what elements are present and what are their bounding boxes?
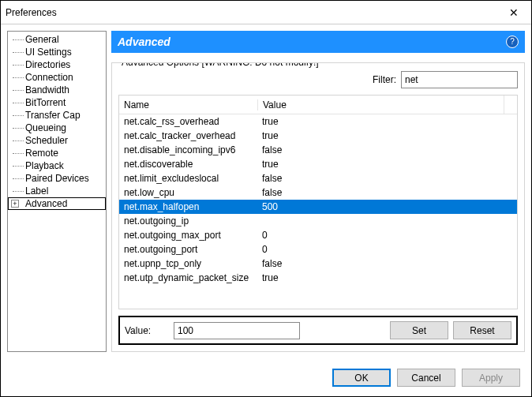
panel-title: Advanced: [118, 36, 170, 48]
tree-connector-icon: [13, 52, 24, 53]
sidebar-item-transfer-cap[interactable]: Transfer Cap: [8, 109, 106, 122]
set-button[interactable]: Set: [390, 321, 448, 339]
sidebar-item-bandwidth[interactable]: Bandwidth: [8, 84, 106, 96]
cell-value: 0: [257, 230, 517, 241]
column-value[interactable]: Value: [257, 99, 504, 110]
table-header: Name Value: [119, 96, 517, 114]
sidebar-item-label: BitTorrent: [25, 97, 66, 108]
table-row[interactable]: net.utp_dynamic_packet_sizetrue: [119, 271, 517, 285]
tree-connector-icon: [13, 191, 24, 192]
sidebar-item-connection[interactable]: Connection: [8, 71, 106, 84]
value-editor-row: Value: Set Reset: [118, 316, 518, 345]
sidebar-item-label: General: [25, 34, 59, 45]
sidebar-item-label: Remote: [25, 148, 58, 159]
filter-input[interactable]: [401, 71, 518, 88]
close-button[interactable]: ✕: [498, 2, 530, 24]
table-row[interactable]: net.calc_tracker_overheadtrue: [119, 129, 517, 143]
cell-name: net.low_cpu: [119, 187, 257, 198]
cell-value: 500: [257, 201, 517, 212]
tree-connector-icon: [13, 166, 24, 167]
ok-button[interactable]: OK: [332, 369, 391, 387]
sidebar-item-ui-settings[interactable]: UI Settings: [8, 46, 106, 58]
value-input[interactable]: [174, 322, 300, 339]
tree-connector-icon: [13, 65, 24, 66]
sidebar-item-scheduler[interactable]: Scheduler: [8, 134, 106, 147]
tree-connector-icon: [13, 90, 24, 91]
cell-value: true: [257, 130, 517, 141]
sidebar-item-label: Directories: [25, 59, 70, 70]
cell-name: net.outgoing_max_port: [119, 230, 257, 241]
cell-value: false: [257, 258, 517, 269]
tree-connector-icon: [13, 128, 24, 129]
table-row[interactable]: net.max_halfopen500: [119, 200, 517, 214]
cell-name: net.outgoing_port: [119, 244, 257, 255]
main-panel: Advanced ? Advanced Options [WARNING: Do…: [111, 31, 525, 352]
tree-connector-icon: [13, 103, 24, 103]
filter-row: Filter:: [118, 71, 518, 88]
expand-icon[interactable]: +: [11, 200, 19, 208]
group-title: Advanced Options [WARNING: Do not modify…: [118, 62, 322, 68]
sidebar-item-label: Label: [25, 185, 48, 197]
cell-value: false: [257, 173, 517, 184]
cell-value: true: [257, 272, 517, 283]
sidebar-item-advanced[interactable]: +Advanced: [8, 197, 106, 210]
sidebar-item-label: UI Settings: [25, 47, 72, 58]
category-tree[interactable]: GeneralUI SettingsDirectoriesConnectionB…: [7, 31, 107, 352]
sidebar-item-label[interactable]: Label: [8, 185, 106, 197]
table-row[interactable]: net.outgoing_ip: [119, 214, 517, 228]
column-name[interactable]: Name: [119, 99, 257, 110]
table-row[interactable]: net.discoverabletrue: [119, 157, 517, 171]
table-row[interactable]: net.low_cpufalse: [119, 185, 517, 200]
tree-connector-icon: [13, 178, 24, 179]
cell-name: net.discoverable: [119, 159, 257, 170]
sidebar-item-label: Transfer Cap: [25, 110, 81, 121]
table-row[interactable]: net.outgoing_max_port0: [119, 228, 517, 242]
cell-value: false: [257, 187, 517, 198]
tree-connector-icon: [13, 77, 24, 78]
cell-name: net.calc_tracker_overhead: [119, 130, 257, 141]
cell-value: false: [257, 144, 517, 155]
cell-name: net.upnp_tcp_only: [119, 258, 257, 269]
reset-button[interactable]: Reset: [453, 321, 511, 339]
sidebar-item-label: Scheduler: [25, 135, 68, 146]
panel-header: Advanced ?: [111, 31, 525, 53]
table-body[interactable]: net.calc_rss_overheadtruenet.calc_tracke…: [119, 114, 517, 309]
titlebar: Preferences ✕: [1, 1, 531, 24]
filter-label: Filter:: [373, 74, 396, 85]
table-row[interactable]: net.calc_rss_overheadtrue: [119, 114, 517, 129]
cell-name: net.utp_dynamic_packet_size: [119, 272, 257, 283]
preferences-window: Preferences ✕ GeneralUI SettingsDirector…: [0, 0, 532, 397]
table-row[interactable]: net.outgoing_port0: [119, 242, 517, 257]
sidebar-item-label: Queueing: [25, 122, 66, 133]
table-row[interactable]: net.limit_excludeslocalfalse: [119, 171, 517, 185]
table-row[interactable]: net.upnp_tcp_onlyfalse: [119, 257, 517, 271]
sidebar-item-label: Bandwidth: [25, 84, 69, 96]
window-body: GeneralUI SettingsDirectoriesConnectionB…: [1, 24, 531, 358]
sidebar-item-label: Playback: [25, 160, 64, 171]
tree-connector-icon: [13, 39, 24, 40]
sidebar-item-general[interactable]: General: [8, 33, 106, 46]
cell-name: net.outgoing_ip: [119, 215, 257, 227]
help-icon[interactable]: ?: [506, 36, 519, 48]
sidebar-item-queueing[interactable]: Queueing: [8, 122, 106, 134]
cell-value: true: [257, 116, 517, 127]
sidebar-item-label: Advanced: [25, 198, 67, 209]
sidebar-item-directories[interactable]: Directories: [8, 58, 106, 71]
cell-name: net.disable_incoming_ipv6: [119, 144, 257, 155]
advanced-options-group: Advanced Options [WARNING: Do not modify…: [111, 62, 525, 352]
cell-name: net.calc_rss_overhead: [119, 116, 257, 127]
options-table: Name Value net.calc_rss_overheadtruenet.…: [118, 95, 518, 309]
value-label: Value:: [125, 325, 169, 336]
apply-button[interactable]: Apply: [462, 369, 520, 387]
cell-value: 0: [257, 244, 517, 255]
sidebar-item-paired-devices[interactable]: Paired Devices: [8, 172, 106, 185]
window-title: Preferences: [6, 7, 57, 18]
sidebar-item-remote[interactable]: Remote: [8, 147, 106, 159]
sidebar-item-label: Paired Devices: [25, 173, 89, 184]
tree-connector-icon: [13, 153, 24, 154]
sidebar-item-bittorrent[interactable]: BitTorrent: [8, 96, 106, 109]
cancel-button[interactable]: Cancel: [397, 369, 455, 387]
table-row[interactable]: net.disable_incoming_ipv6false: [119, 143, 517, 157]
close-icon: ✕: [509, 6, 519, 19]
sidebar-item-playback[interactable]: Playback: [8, 159, 106, 172]
